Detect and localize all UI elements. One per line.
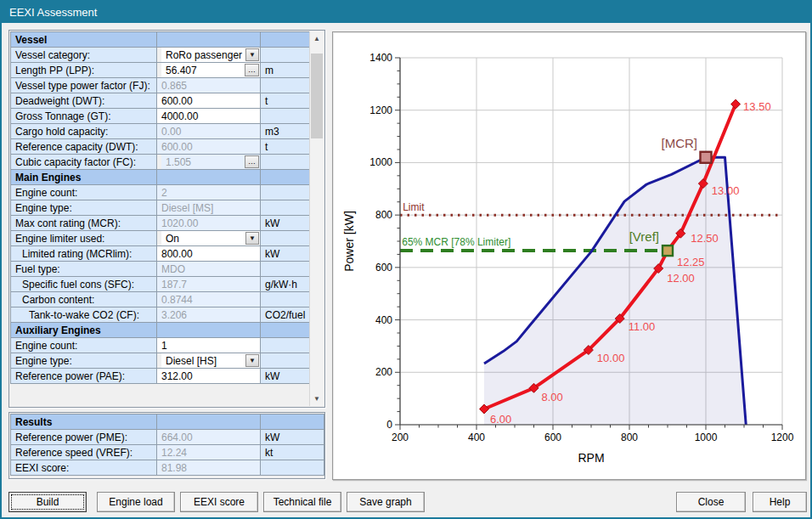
readonly-tank-to-wake-co2-cf: 3.206 xyxy=(157,307,261,323)
form-row-engine-count: Engine count:2 xyxy=(11,185,312,200)
results-panel: ResultsReference power (PME):664.00kWRef… xyxy=(8,412,325,479)
vref-marker xyxy=(663,245,673,256)
help-button[interactable]: Help xyxy=(753,492,807,512)
chevron-down-icon[interactable]: ▼ xyxy=(245,354,259,367)
input-reference-power-pae[interactable]: 312.00 xyxy=(157,369,261,384)
field-label: Deadweight (DWT): xyxy=(11,93,157,109)
engine-load-button[interactable]: Engine load xyxy=(97,492,175,512)
unit-label xyxy=(261,200,312,216)
x-axis-title: RPM xyxy=(578,451,604,465)
scrollbar-thumb[interactable] xyxy=(311,54,323,138)
speed-point-label: 12.25 xyxy=(677,256,705,268)
field-label: Fuel type: xyxy=(11,262,157,277)
section-title: Auxiliary Engines xyxy=(11,323,157,338)
readonly-vessel-type-power-factor-fj: 0.865 xyxy=(157,78,261,93)
form-row-reference-power-pme: Reference power (PME):664.00kW xyxy=(11,430,324,445)
speed-point-label: 11.00 xyxy=(629,320,656,333)
unit-label xyxy=(261,185,312,200)
readonly-fuel-type: MDO xyxy=(157,262,261,277)
section-header-results: Results xyxy=(11,415,324,430)
combo-engine-type[interactable]: Diesel [HS]▼ xyxy=(157,353,261,369)
input-limited-rating-mcrlim[interactable]: 800.00 xyxy=(157,246,261,262)
combo-vessel-category[interactable]: RoRo passenger▼ xyxy=(157,48,261,63)
unit-label: m xyxy=(261,63,312,78)
y-tick-label: 1000 xyxy=(369,156,392,168)
input-cubic-capacity-factor-fc: 1.505… xyxy=(157,155,261,170)
unit-label xyxy=(261,48,312,63)
readonly-reference-speed-vref: 12.24 xyxy=(157,445,261,460)
combo-engine-limiter-used[interactable]: On▼ xyxy=(157,231,261,246)
field-label: Specific fuel cons (SFC): xyxy=(11,277,157,292)
ellipsis-button[interactable]: … xyxy=(245,64,259,76)
combo-value: RoRo passenger xyxy=(161,49,245,61)
unit-label: t xyxy=(261,139,312,155)
combo-value: Diesel [HS] xyxy=(161,355,245,367)
form-row-engine-type: Engine type:Diesel [MS] xyxy=(11,200,312,216)
field-label: Engine type: xyxy=(11,200,157,216)
mcr-marker-label: [MCR] xyxy=(662,136,698,150)
unit-label xyxy=(261,292,312,307)
field-value: 1.505 xyxy=(161,156,245,168)
form-row-reference-speed-vref: Reference speed (VREF):12.24kt xyxy=(11,445,324,460)
form-row-engine-type: Engine type:Diesel [HS]▼ xyxy=(11,353,312,369)
y-tick-label: 600 xyxy=(375,262,392,274)
vessel-form-panel: VesselVessel category:RoRo passenger▼Len… xyxy=(8,30,325,408)
form-row-cubic-capacity-factor-fc: Cubic capacity factor (FC):1.505… xyxy=(11,155,312,170)
section-header-vessel: Vessel xyxy=(11,32,312,48)
field-label: Cargo hold capacity: xyxy=(11,124,157,139)
form-row-reference-power-pae: Reference power (PAE):312.00kW xyxy=(11,369,312,384)
results-table: ResultsReference power (PME):664.00kWRef… xyxy=(10,414,324,476)
y-tick-label: 1400 xyxy=(369,52,392,64)
input-length-pp-lpp[interactable]: 56.407… xyxy=(157,63,261,78)
unit-label: kt xyxy=(261,445,324,460)
unit-label xyxy=(261,338,312,353)
field-label: Tank-to-wake CO2 (CF): xyxy=(11,307,157,323)
chevron-down-icon[interactable]: ▼ xyxy=(245,48,259,61)
limit-line-label: Limit xyxy=(403,201,425,213)
readonly-cargo-hold-capacity: 0.00 xyxy=(157,124,261,139)
form-row-fuel-type: Fuel type:MDO xyxy=(11,262,312,277)
field-value: 56.407 xyxy=(161,65,245,76)
field-label: Engine type: xyxy=(11,353,157,369)
scroll-up-icon[interactable]: ▲ xyxy=(310,31,324,46)
form-row-eexi-score: EEXI score:81.98 xyxy=(11,460,324,476)
x-tick-label: 1200 xyxy=(771,432,794,443)
input-gross-tonnage-gt[interactable]: 4000.00 xyxy=(157,109,261,124)
unit-label xyxy=(261,460,324,476)
input-deadweight-dwt[interactable]: 600.00 xyxy=(157,93,261,109)
y-axis-title: Power [kW] xyxy=(342,211,356,272)
title-bar[interactable]: EEXI Assessment xyxy=(2,2,810,23)
field-label: Gross Tonnage (GT): xyxy=(11,109,157,124)
section-header-auxiliary-engines: Auxiliary Engines xyxy=(11,323,312,338)
field-label: Engine count: xyxy=(11,185,157,200)
build-button[interactable]: Build xyxy=(8,492,87,512)
form-row-cargo-hold-capacity: Cargo hold capacity:0.00m3 xyxy=(11,124,312,139)
form-row-limited-rating-mcrlim: Limited rating (MCRlim):800.00kW xyxy=(11,246,312,262)
unit-label xyxy=(261,155,312,170)
form-row-length-pp-lpp: Length PP (LPP):56.407…m xyxy=(11,63,312,78)
save-graph-button[interactable]: Save graph xyxy=(347,492,425,512)
close-button[interactable]: Close xyxy=(676,492,746,512)
input-engine-count[interactable]: 1 xyxy=(157,338,261,353)
readonly-max-cont-rating-mcr: 1020.00 xyxy=(157,216,261,231)
unit-label xyxy=(261,78,312,93)
y-tick-label: 200 xyxy=(375,366,392,378)
readonly-eexi-score: 81.98 xyxy=(157,460,261,476)
field-label: Limited rating (MCRlim): xyxy=(11,246,157,262)
ellipsis-button[interactable]: … xyxy=(245,155,259,168)
chevron-down-icon[interactable]: ▼ xyxy=(245,232,259,245)
field-label: Length PP (LPP): xyxy=(11,63,157,78)
form-row-specific-fuel-cons-sfc: Specific fuel cons (SFC):187.7g/kW·h xyxy=(11,277,312,292)
speed-point-label: 6.00 xyxy=(490,413,511,426)
technical-file-button[interactable]: Technical file xyxy=(263,492,341,512)
readonly-carbon-content: 0.8744 xyxy=(157,292,261,307)
form-row-gross-tonnage-gt: Gross Tonnage (GT):4000.00 xyxy=(11,109,312,124)
readonly-engine-type: Diesel [MS] xyxy=(157,200,261,216)
mcr-marker xyxy=(701,152,712,163)
speed-point-marker xyxy=(731,99,741,109)
unit-label xyxy=(261,353,312,369)
form-scrollbar[interactable]: ▲ ▼ xyxy=(309,31,324,406)
scroll-down-icon[interactable]: ▼ xyxy=(310,392,324,406)
combo-value: On xyxy=(161,233,245,245)
eexi-score-button[interactable]: EEXI score xyxy=(180,492,258,512)
